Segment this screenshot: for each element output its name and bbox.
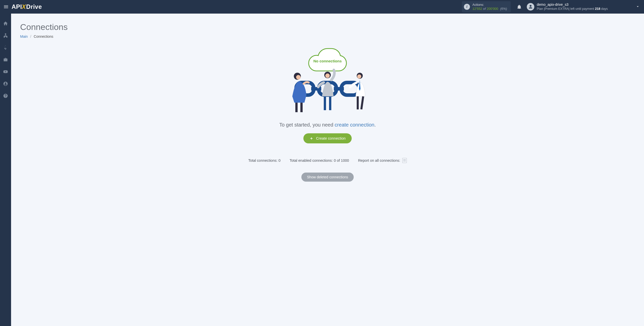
- youtube-icon: [3, 69, 8, 74]
- svg-rect-13: [357, 96, 359, 109]
- create-connection-link[interactable]: create connection: [335, 122, 374, 128]
- sidebar: [0, 14, 11, 326]
- create-connection-button[interactable]: ＋ Create connection: [303, 133, 352, 143]
- actions-usage[interactable]: i Actions: 12'552 of 200'000 (6%): [462, 1, 511, 13]
- enabled-label: Total enabled connections:: [290, 158, 333, 162]
- report-label: Report on all connections:: [358, 158, 400, 162]
- enabled-connections: Total enabled connections: 0 of 1000: [290, 158, 349, 162]
- topbar: API X Drive i Actions: 12'552 of 200'000…: [0, 0, 644, 14]
- sitemap-icon: [3, 33, 8, 38]
- user-menu[interactable]: demo_apix-drive_s3 Plan |Premium EXTRA| …: [527, 3, 640, 11]
- actions-of: of: [483, 7, 486, 11]
- page-title: Connections: [20, 22, 635, 32]
- breadcrumb-sep: /: [30, 34, 31, 38]
- stats-row: Total connections: 0 Total enabled conne…: [248, 158, 407, 163]
- plan-days: 218: [595, 7, 600, 11]
- create-connection-label: Create connection: [316, 136, 346, 140]
- bell-icon: [517, 4, 522, 9]
- chevron-down-icon: [635, 4, 640, 9]
- sidebar-item-briefcase[interactable]: [0, 56, 11, 63]
- svg-rect-6: [300, 103, 303, 112]
- sidebar-item-connections[interactable]: [0, 32, 11, 39]
- user-caret: [635, 4, 640, 10]
- report-all: Report on all connections:: [358, 158, 407, 163]
- user-plan: Plan |Premium EXTRA| left until payment …: [537, 7, 608, 11]
- sidebar-item-home[interactable]: [0, 20, 11, 27]
- total-connections: Total connections: 0: [248, 158, 280, 162]
- svg-rect-5: [295, 103, 298, 112]
- plan-prefix: Plan |: [537, 7, 545, 11]
- sidebar-item-video[interactable]: [0, 68, 11, 75]
- home-icon: [3, 21, 8, 26]
- svg-rect-9: [324, 96, 326, 110]
- notifications-button[interactable]: [515, 3, 523, 11]
- dollar-icon: [3, 45, 8, 50]
- main-content: Connections Main / Connections No connec…: [11, 14, 644, 326]
- cloud-text: No connections: [313, 59, 342, 63]
- total-label: Total connections:: [248, 158, 277, 162]
- actions-limit: 200'000: [487, 7, 498, 11]
- actions-label: Actions:: [472, 3, 507, 7]
- no-connections-illustration: No connections: [282, 46, 373, 116]
- prompt-prefix: To get started, you need: [279, 122, 335, 128]
- get-started-text: To get started, you need create connecti…: [279, 122, 376, 128]
- svg-point-4: [296, 75, 301, 79]
- brand-logo[interactable]: API X Drive: [12, 3, 42, 10]
- svg-point-8: [325, 73, 330, 78]
- sidebar-item-account[interactable]: [0, 80, 11, 88]
- sidebar-item-help[interactable]: [0, 92, 11, 100]
- empty-state: No connections: [20, 46, 635, 182]
- total-value: 0: [278, 158, 280, 162]
- enabled-value: 0 of 1000: [334, 158, 349, 162]
- help-icon: [3, 93, 8, 98]
- actions-used: 12'552: [472, 7, 482, 11]
- plan-name: Premium EXTRA: [545, 7, 569, 11]
- actions-pct: (6%): [500, 7, 507, 11]
- document-icon[interactable]: [402, 158, 407, 163]
- breadcrumb: Main / Connections: [20, 34, 635, 38]
- svg-rect-10: [329, 96, 331, 110]
- prompt-suffix: .: [374, 122, 376, 128]
- plan-mid: | left until payment: [569, 7, 595, 11]
- show-deleted-button[interactable]: Show deleted connections: [301, 173, 353, 182]
- brand-part2: Drive: [26, 3, 42, 10]
- user-text: demo_apix-drive_s3 Plan |Premium EXTRA| …: [537, 3, 608, 11]
- info-icon: i: [464, 4, 470, 10]
- menu-icon: [3, 4, 9, 10]
- breadcrumb-root[interactable]: Main: [20, 34, 28, 38]
- plan-days-suffix: days: [600, 7, 608, 11]
- avatar: [527, 3, 534, 11]
- user-icon: [528, 4, 533, 9]
- sidebar-item-billing[interactable]: [0, 44, 11, 51]
- menu-button[interactable]: [2, 3, 10, 11]
- user-name: demo_apix-drive_s3: [537, 3, 608, 7]
- breadcrumb-current: Connections: [34, 34, 53, 38]
- svg-rect-14: [360, 96, 364, 110]
- actions-text: Actions: 12'552 of 200'000 (6%): [472, 3, 507, 11]
- brand-x: X: [22, 3, 26, 10]
- user-circle-icon: [3, 81, 8, 86]
- brand-part1: API: [12, 3, 22, 10]
- briefcase-icon: [3, 57, 8, 62]
- svg-point-12: [357, 74, 361, 78]
- plus-icon: ＋: [309, 136, 313, 140]
